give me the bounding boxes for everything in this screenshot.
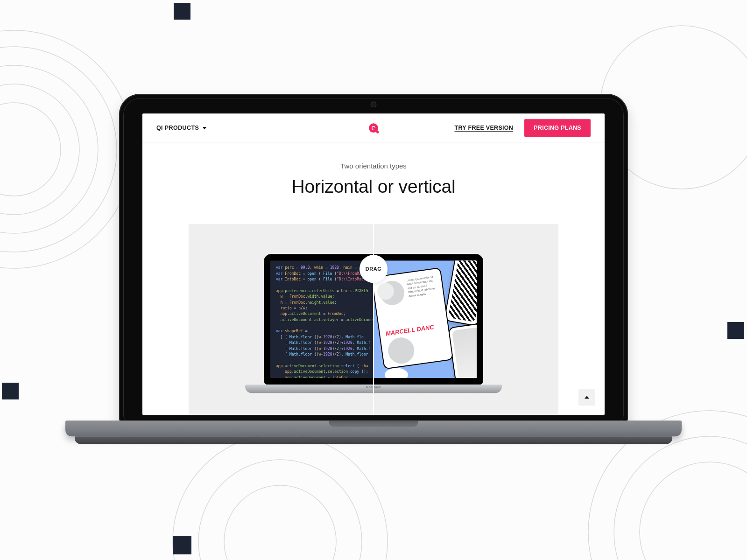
section-eyebrow: Two orientation types bbox=[142, 162, 605, 170]
decoration-square bbox=[727, 322, 744, 339]
site-header: QI PRODUCTS TRY FREE VERSION PRICING PLA… bbox=[142, 113, 605, 142]
before-image-code: var perc = 99.0, wmin = 1920, hmin = var… bbox=[270, 260, 374, 378]
after-image-design: Lorem ipsum dolor sit amet consectetur e… bbox=[374, 260, 477, 378]
chevron-down-icon bbox=[203, 127, 206, 129]
svg-point-9 bbox=[640, 462, 747, 560]
decoration-square bbox=[174, 3, 190, 20]
camera-icon bbox=[371, 101, 377, 107]
pricing-plans-button[interactable]: PRICING PLANS bbox=[524, 119, 591, 137]
section-title: Horizontal or vertical bbox=[142, 176, 605, 197]
svg-point-4 bbox=[0, 30, 133, 268]
try-free-link[interactable]: TRY FREE VERSION bbox=[455, 125, 514, 131]
drag-handle[interactable]: DRAG bbox=[359, 255, 388, 283]
brand-logo[interactable] bbox=[368, 122, 379, 133]
before-after-compare[interactable]: var perc = 99.0, wmin = 1920, hmin = var… bbox=[189, 224, 558, 415]
drag-handle-label: DRAG bbox=[366, 266, 381, 272]
laptop-mockup: QI PRODUCTS TRY FREE VERSION PRICING PLA… bbox=[119, 94, 628, 426]
decoration-square bbox=[2, 383, 19, 399]
svg-point-1 bbox=[0, 84, 79, 215]
compare-divider bbox=[373, 224, 374, 415]
webpage-screen: QI PRODUCTS TRY FREE VERSION PRICING PLA… bbox=[142, 113, 605, 415]
decoration-circles-top-left bbox=[0, 28, 135, 271]
design-card-title: MARCELL DANC bbox=[385, 323, 443, 337]
products-dropdown-label: QI PRODUCTS bbox=[156, 125, 199, 131]
scroll-to-top-button[interactable] bbox=[578, 389, 595, 406]
svg-point-8 bbox=[173, 434, 388, 560]
svg-point-10 bbox=[614, 436, 747, 560]
svg-point-0 bbox=[0, 103, 61, 196]
products-dropdown[interactable]: QI PRODUCTS bbox=[156, 125, 206, 131]
svg-point-2 bbox=[0, 65, 98, 233]
cursor-icon bbox=[377, 283, 394, 300]
chevron-up-icon bbox=[585, 396, 589, 399]
svg-point-3 bbox=[0, 47, 117, 252]
svg-point-6 bbox=[224, 485, 336, 560]
decoration-square bbox=[173, 536, 191, 554]
svg-point-7 bbox=[198, 460, 362, 560]
